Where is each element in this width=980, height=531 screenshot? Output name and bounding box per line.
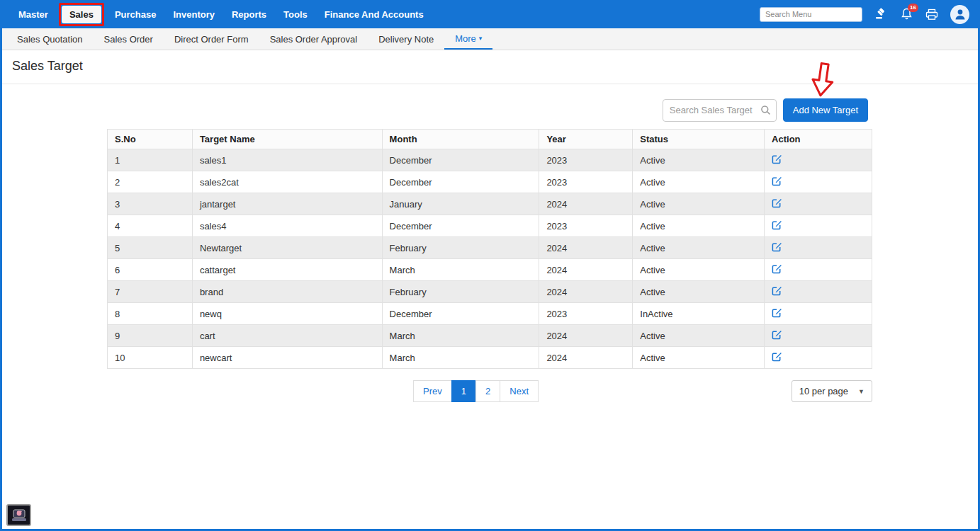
cell-action — [765, 171, 872, 193]
edit-icon[interactable] — [772, 285, 782, 296]
subnav-item-label: Sales Order Approval — [270, 34, 358, 45]
app-window: MasterSalesPurchaseInventoryReportsTools… — [0, 0, 980, 531]
subnav-item-sales-quotation[interactable]: Sales Quotation — [6, 28, 94, 50]
cell-sno: 2 — [108, 171, 193, 193]
subnav-item-more[interactable]: More▾ — [444, 28, 492, 50]
subnav-item-delivery-note[interactable]: Delivery Note — [368, 28, 444, 50]
edit-icon[interactable] — [772, 329, 782, 340]
chevron-down-icon: ▾ — [479, 35, 483, 42]
cell-status: Active — [633, 281, 765, 303]
sales-target-search-input[interactable] — [663, 99, 777, 122]
add-new-target-button[interactable]: Add New Target — [783, 98, 868, 122]
cell-year: 2024 — [539, 237, 633, 259]
cell-month: December — [382, 149, 539, 171]
cell-month: January — [382, 193, 539, 215]
column-header-status: Status — [633, 130, 765, 149]
menu-search-input[interactable] — [760, 7, 862, 22]
pagination-next-button[interactable]: Next — [500, 380, 539, 402]
menu-item-inventory[interactable]: Inventory — [165, 6, 223, 23]
cell-action — [765, 325, 872, 347]
cell-year: 2023 — [539, 149, 633, 171]
cell-year: 2024 — [539, 193, 633, 215]
cell-sno: 8 — [108, 303, 193, 325]
menu-item-reports[interactable]: Reports — [224, 6, 274, 23]
sales-target-search — [663, 99, 777, 122]
cell-year: 2024 — [539, 259, 633, 281]
pagination-page-1[interactable]: 1 — [451, 380, 476, 402]
edit-icon[interactable] — [772, 176, 782, 186]
edit-icon[interactable] — [772, 307, 782, 318]
cell-status: Active — [633, 171, 765, 193]
pagination-page-2[interactable]: 2 — [475, 380, 500, 402]
main-menu: MasterSalesPurchaseInventoryReportsTools… — [11, 3, 432, 26]
pagination-row: Prev12Next 10 per page ▼ — [107, 380, 872, 404]
cell-year: 2023 — [539, 215, 633, 237]
menu-item-tools[interactable]: Tools — [276, 6, 315, 23]
notification-badge: 16 — [908, 4, 918, 12]
edit-icon[interactable] — [772, 219, 782, 230]
subnav-item-sales-order[interactable]: Sales Order — [94, 28, 164, 50]
cell-year: 2023 — [539, 303, 633, 325]
table-row: 10newcartMarch2024Active — [108, 347, 872, 369]
cell-name: cattarget — [192, 259, 382, 281]
cell-action — [765, 237, 872, 259]
table-row: 6cattargetMarch2024Active — [108, 259, 872, 281]
column-header-action: Action — [765, 130, 872, 149]
subnav-item-label: Sales Quotation — [17, 34, 83, 45]
cell-month: March — [382, 347, 539, 369]
cell-status: Active — [633, 215, 765, 237]
cell-action — [765, 281, 872, 303]
cell-name: brand — [192, 281, 382, 303]
cell-name: newq — [192, 303, 382, 325]
table-row: 3jantargetJanuary2024Active — [108, 193, 872, 215]
notifications-bell-icon[interactable]: 16 — [899, 7, 913, 21]
cell-month: February — [382, 281, 539, 303]
gavel-icon[interactable] — [874, 7, 888, 21]
top-navigation-bar: MasterSalesPurchaseInventoryReportsTools… — [2, 0, 978, 28]
cell-action — [765, 193, 872, 215]
edit-icon[interactable] — [772, 351, 782, 362]
pagination-prev-button[interactable]: Prev — [413, 380, 452, 402]
cell-month: March — [382, 259, 539, 281]
edit-icon[interactable] — [772, 241, 782, 252]
per-page-select[interactable]: 10 per page ▼ — [792, 380, 872, 402]
table-row: 4sales4December2023Active — [108, 215, 872, 237]
subnav-item-direct-order-form[interactable]: Direct Order Form — [164, 28, 259, 50]
cell-month: December — [382, 215, 539, 237]
edit-icon[interactable] — [772, 154, 782, 164]
cell-name: newcart — [192, 347, 382, 369]
subnav-item-label: Sales Order — [104, 34, 153, 45]
sales-target-table: S.NoTarget NameMonthYearStatusAction 1sa… — [107, 129, 872, 369]
taskbar-thumbnail[interactable] — [6, 504, 31, 526]
cell-status: Active — [633, 347, 765, 369]
table-header-row: S.NoTarget NameMonthYearStatusAction — [108, 130, 872, 149]
per-page-value: 10 per page — [799, 386, 848, 396]
edit-icon[interactable] — [772, 198, 782, 208]
table-row: 5NewtargetFebruary2024Active — [108, 237, 872, 259]
subnav-item-sales-order-approval[interactable]: Sales Order Approval — [259, 28, 368, 50]
cell-sno: 6 — [108, 259, 193, 281]
cell-status: Active — [633, 325, 765, 347]
cell-name: sales1 — [192, 149, 382, 171]
menu-item-finance-and-accounts[interactable]: Finance And Accounts — [317, 6, 432, 23]
cell-year: 2023 — [539, 171, 633, 193]
print-icon[interactable] — [925, 7, 939, 21]
cell-name: Newtarget — [192, 237, 382, 259]
menu-item-purchase[interactable]: Purchase — [107, 6, 164, 23]
table-toolbar: Add New Target — [107, 98, 868, 122]
cell-sno: 10 — [108, 347, 193, 369]
cell-name: cart — [192, 325, 382, 347]
edit-icon[interactable] — [772, 263, 782, 274]
table-row: 7brandFebruary2024Active — [108, 281, 872, 303]
cell-month: February — [382, 237, 539, 259]
cell-sno: 9 — [108, 325, 193, 347]
user-avatar[interactable] — [950, 5, 969, 24]
table-row: 1sales1December2023Active — [108, 149, 872, 171]
cell-sno: 3 — [108, 193, 193, 215]
menu-item-master[interactable]: Master — [11, 6, 56, 23]
menu-item-sales[interactable]: Sales — [62, 6, 101, 23]
column-header-target-name: Target Name — [192, 130, 382, 149]
cell-action — [765, 303, 872, 325]
subnav-item-label: Delivery Note — [378, 34, 434, 45]
cell-year: 2024 — [539, 347, 633, 369]
